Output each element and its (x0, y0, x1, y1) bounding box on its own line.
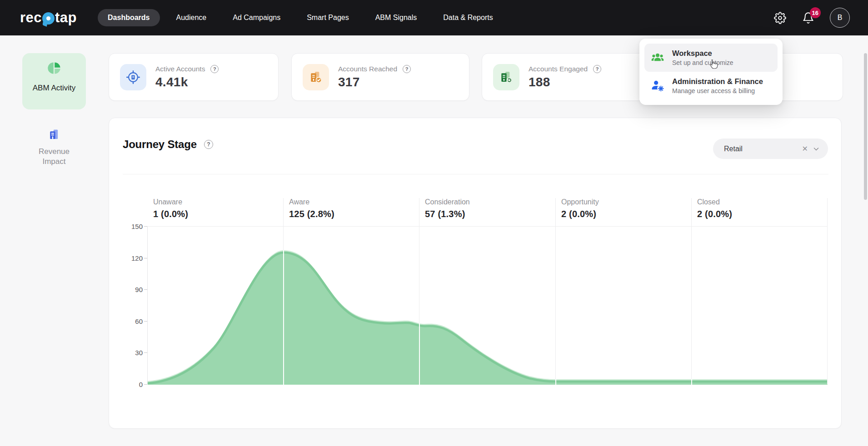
user-avatar[interactable]: B (830, 8, 850, 28)
pie-chart-icon (47, 61, 61, 75)
stage-label-unaware: Unaware 1 (0.0%) (147, 198, 188, 219)
building-refresh-icon (493, 64, 519, 90)
stat-label: Accounts Engaged (529, 65, 588, 73)
area-fill (148, 253, 828, 385)
journey-area-series (148, 227, 828, 385)
stage-label-opportunity: Opportunity 2 (0.0%) (555, 198, 599, 219)
admin-user-gear-icon (650, 79, 665, 93)
stage-label-aware: Aware 125 (2.8%) (283, 198, 334, 219)
target-building-icon (120, 64, 146, 90)
area-plot (147, 226, 827, 384)
nav-smart-pages[interactable]: Smart Pages (297, 9, 359, 26)
y-tick-label: 90 (125, 286, 143, 293)
building-icon (47, 128, 61, 141)
nav-data-reports[interactable]: Data & Reports (433, 9, 503, 26)
stat-value: 317 (338, 75, 411, 89)
stat-card-accounts-reached: Accounts Reached ? 317 (291, 53, 469, 101)
stage-label-consideration: Consideration 57 (1.3%) (419, 198, 470, 219)
building-check-icon (303, 64, 329, 90)
stat-card-active-accounts: Active Accounts ? 4.41k (109, 53, 279, 101)
topbar-actions: 16 B (773, 0, 850, 35)
y-tick-label: 0 (125, 381, 143, 388)
journey-stage-chart: 150 120 90 60 30 0 Unaware 1 (0.0%) (109, 118, 842, 429)
stat-value: 188 (529, 75, 601, 89)
pointer-cursor-icon (707, 58, 719, 72)
menu-item-subtitle: Manage user access & billing (672, 87, 763, 94)
help-icon[interactable]: ? (403, 65, 411, 73)
help-icon[interactable]: ? (593, 65, 601, 73)
nav-abm-signals[interactable]: ABM Signals (365, 9, 427, 26)
menu-item-title: Workspace (672, 49, 733, 58)
settings-gear-icon[interactable] (773, 11, 786, 24)
journey-stage-card: Journey Stage ? Retail ✕ 150 120 90 60 3… (109, 118, 842, 429)
menu-item-subtitle: Set up and customize (672, 59, 733, 66)
settings-dropdown-menu: Workspace Set up and customize (639, 39, 783, 105)
menu-item-title: Administration & Finance (672, 77, 763, 86)
nav-dashboards[interactable]: Dashboards (98, 9, 160, 26)
sidebar-item-label: ABM Activity (32, 83, 76, 93)
sidebar-item-label: Revenue Impact (32, 147, 76, 167)
y-tick-label: 150 (125, 223, 143, 230)
stage-label-closed: Closed 2 (0.0%) (691, 198, 732, 219)
y-tick-label: 30 (125, 349, 143, 357)
y-tick-label: 120 (125, 254, 143, 262)
abm-dashboard: rec tap Dashboards Audience Ad Campaigns… (0, 0, 868, 446)
stat-label: Accounts Reached (338, 65, 397, 73)
sidebar-item-abm-activity[interactable]: ABM Activity (22, 53, 86, 109)
y-tick-label: 60 (125, 317, 143, 325)
vertical-scrollbar-thumb[interactable] (864, 53, 867, 200)
chart-right-edge (827, 198, 828, 384)
logo-text-prefix: rec (20, 10, 42, 26)
menu-item-administration-finance[interactable]: Administration & Finance Manage user acc… (644, 72, 778, 100)
logo-text-suffix: tap (55, 10, 77, 26)
location-pin-icon (42, 12, 55, 25)
help-icon[interactable]: ? (210, 65, 219, 73)
notifications-bell-icon[interactable]: 16 (802, 11, 814, 24)
recotap-logo[interactable]: rec tap (20, 10, 77, 26)
main-nav: Dashboards Audience Ad Campaigns Smart P… (98, 9, 503, 26)
nav-audience[interactable]: Audience (166, 9, 217, 26)
stat-value: 4.41k (155, 75, 219, 89)
top-navigation-bar: rec tap Dashboards Audience Ad Campaigns… (0, 0, 868, 35)
stat-label: Active Accounts (155, 65, 205, 73)
nav-ad-campaigns[interactable]: Ad Campaigns (223, 9, 290, 26)
stat-card-accounts-engaged: Accounts Engaged ? 188 (482, 53, 652, 101)
notification-count-badge: 16 (810, 7, 821, 18)
sidebar-item-revenue-impact[interactable]: Revenue Impact (22, 128, 86, 167)
workspace-group-icon (650, 50, 665, 65)
